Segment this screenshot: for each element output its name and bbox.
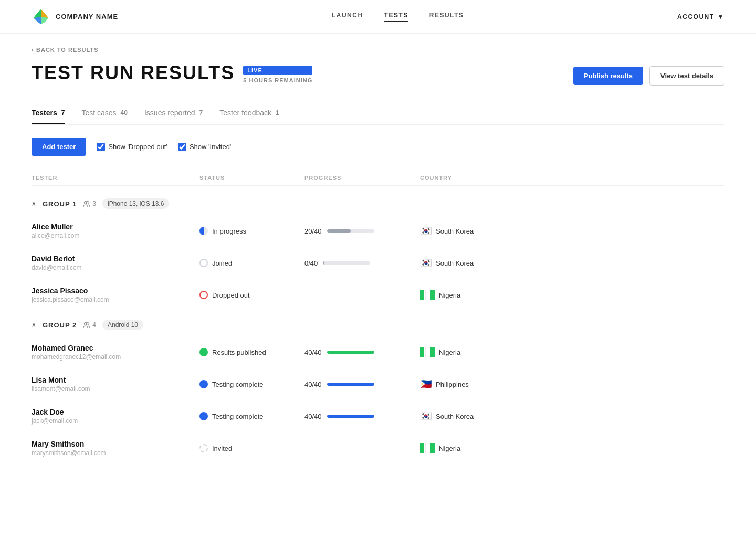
show-dropped-out-label: Show 'Dropped out': [108, 143, 167, 151]
flag-icon: [420, 443, 435, 453]
status-label: Testing complete: [212, 381, 264, 388]
status-label: Joined: [212, 259, 232, 267]
country-name: South Korea: [436, 259, 474, 267]
col-status: STATUS: [200, 175, 304, 181]
status-cell: Joined: [200, 259, 304, 267]
publish-results-button[interactable]: Publish results: [573, 67, 643, 85]
group-toggle-group1[interactable]: ∧: [32, 200, 36, 207]
country-cell: 🇰🇷 South Korea: [420, 226, 724, 236]
tab-test-cases[interactable]: Test cases 40: [81, 102, 128, 124]
tab-issues-count: 7: [199, 109, 203, 117]
show-invited-label: Show 'Invited': [190, 143, 231, 151]
status-label: In progress: [212, 227, 246, 235]
tab-tester-feedback[interactable]: Tester feedback 1: [219, 102, 279, 124]
logo-text: COMPANY NAME: [56, 13, 118, 20]
country-name: South Korea: [436, 227, 474, 235]
country-name: Nigeria: [439, 291, 460, 299]
progress-bar-fill: [327, 229, 351, 233]
group-device-group1: iPhone 13, iOS 13.6: [102, 198, 169, 209]
status-icon-invited: [200, 444, 208, 452]
flag-icon: 🇵🇭: [420, 379, 432, 389]
live-badge: LIVE: [243, 66, 312, 75]
svg-marker-2: [34, 17, 41, 24]
group-group2: ∧ GROUP 2 4 Android 10 Mohamed Granec mo…: [32, 311, 724, 464]
tab-test-cases-label: Test cases: [81, 109, 116, 117]
status-label: Testing complete: [212, 413, 264, 420]
flag-icon: 🇰🇷: [420, 411, 432, 421]
country-name: Nigeria: [439, 348, 460, 356]
flag-icon: 🇰🇷: [420, 258, 432, 268]
country-cell: 🇰🇷 South Korea: [420, 258, 724, 268]
tester-info: Mohamed Granec mohamedgranec12@email.com: [32, 344, 200, 361]
table-row: Mohamed Granec mohamedgranec12@email.com…: [32, 336, 724, 368]
country-cell: Nigeria: [420, 290, 724, 300]
status-icon-blue: [200, 412, 208, 420]
show-dropped-out-checkbox[interactable]: Show 'Dropped out': [97, 143, 167, 151]
nav-launch[interactable]: LAUNCH: [332, 12, 363, 22]
progress-text: 40/40: [304, 348, 322, 356]
add-tester-button[interactable]: Add tester: [32, 138, 86, 156]
show-dropped-out-input[interactable]: [97, 143, 105, 151]
progress-text: 40/40: [304, 381, 322, 388]
show-invited-checkbox[interactable]: Show 'Invited': [178, 143, 231, 151]
group-group1: ∧ GROUP 1 3 iPhone 13, iOS 13.6 Alice Mu…: [32, 190, 724, 311]
back-arrow-icon: ‹: [32, 46, 34, 54]
progress-bar-fill: [327, 415, 374, 418]
progress-bar-fill: [327, 383, 374, 386]
group-count-group1: 3: [83, 200, 96, 207]
tester-name: Mohamed Granec: [32, 344, 200, 352]
status-icon-red-empty: [200, 291, 208, 299]
back-link-text: BACK TO RESULTS: [36, 47, 99, 53]
country-name: Nigeria: [439, 445, 460, 452]
view-test-details-button[interactable]: View test details: [649, 66, 724, 86]
tester-info: Jessica Pissaco jessica.pissaco@email.co…: [32, 287, 200, 303]
back-link[interactable]: ‹ BACK TO RESULTS: [32, 34, 724, 62]
tester-name: Lisa Mont: [32, 376, 200, 384]
table-row: Jack Doe jack@email.com Testing complete…: [32, 400, 724, 432]
show-invited-input[interactable]: [178, 143, 186, 151]
tab-feedback-label: Tester feedback: [219, 109, 271, 117]
country-cell: Nigeria: [420, 443, 724, 453]
users-icon: [83, 200, 90, 207]
group-count-group2: 4: [83, 321, 96, 329]
flag-icon: [420, 347, 435, 357]
table-header: TESTER STATUS PROGRESS COUNTRY: [32, 171, 724, 186]
groups-container: ∧ GROUP 1 3 iPhone 13, iOS 13.6 Alice Mu…: [32, 190, 724, 464]
tab-testers[interactable]: Testers 7: [32, 102, 65, 124]
tester-name: Mary Smithson: [32, 440, 200, 448]
tester-email: david@email.com: [32, 264, 200, 271]
country-name: South Korea: [436, 413, 474, 420]
live-badge-block: LIVE 5 HOURS REMAINING: [243, 66, 312, 83]
group-toggle-group2[interactable]: ∧: [32, 321, 36, 329]
progress-bar-fill: [327, 351, 374, 354]
svg-marker-1: [41, 9, 48, 18]
tester-info: Alice Muller alice@email.com: [32, 223, 200, 239]
flag-icon: [420, 290, 435, 300]
status-cell: Results published: [200, 348, 304, 356]
logo-icon: [32, 7, 50, 26]
status-cell: Invited: [200, 444, 304, 452]
col-tester: TESTER: [32, 175, 200, 181]
progress-bar-bg: [327, 415, 374, 418]
table-row: Jessica Pissaco jessica.pissaco@email.co…: [32, 279, 724, 311]
page-content: ‹ BACK TO RESULTS TEST RUN RESULTS LIVE …: [0, 34, 756, 464]
col-country: COUNTRY: [420, 175, 724, 181]
account-menu[interactable]: ACCOUNT ▼: [677, 13, 724, 20]
nav-tests[interactable]: TESTS: [384, 12, 408, 22]
group-row-group1: ∧ GROUP 1 3 iPhone 13, iOS 13.6: [32, 190, 724, 215]
status-icon-empty: [200, 259, 208, 267]
nav-results[interactable]: RESULTS: [429, 12, 464, 22]
page-header: TEST RUN RESULTS LIVE 5 HOURS REMAINING …: [32, 62, 724, 86]
tab-feedback-count: 1: [276, 109, 279, 117]
tester-info: Jack Doe jack@email.com: [32, 408, 200, 425]
page-title: TEST RUN RESULTS: [32, 62, 235, 84]
tester-info: Mary Smithson marysmithson@email.com: [32, 440, 200, 457]
status-label: Invited: [212, 445, 232, 452]
progress-cell: 0/40: [304, 259, 420, 267]
group-label-group1: GROUP 1: [43, 200, 77, 208]
country-cell: Nigeria: [420, 347, 724, 357]
country-name: Philippines: [436, 381, 469, 388]
group-device-group2: Android 10: [102, 320, 143, 330]
tab-issues-reported[interactable]: Issues reported 7: [144, 102, 203, 124]
tester-name: Alice Muller: [32, 223, 200, 231]
